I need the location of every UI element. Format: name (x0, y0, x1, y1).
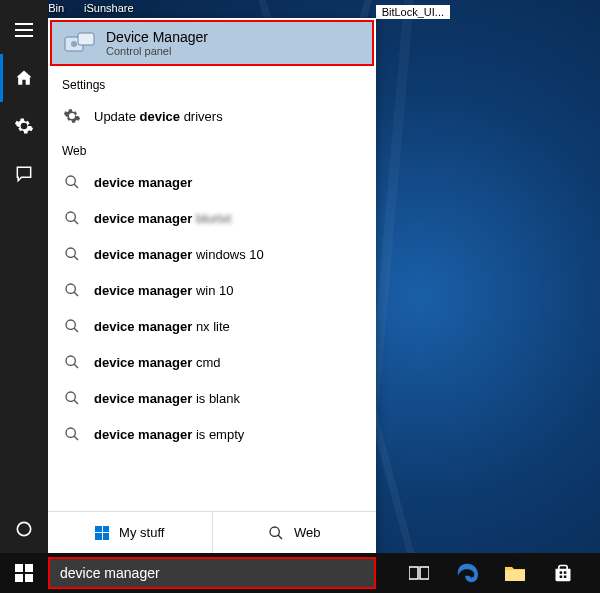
task-view-icon (409, 565, 429, 581)
search-icon (62, 244, 82, 264)
web-result[interactable]: device manager is blank (48, 380, 376, 416)
svg-line-13 (74, 328, 78, 332)
web-result[interactable]: device manager is empty (48, 416, 376, 452)
web-result-text: device manager cmd (94, 355, 220, 370)
search-icon (62, 424, 82, 444)
svg-line-7 (74, 220, 78, 224)
settings-result[interactable]: Update device drivers (48, 98, 376, 134)
scope-tabs: My stuff Web (48, 511, 376, 553)
gear-icon (14, 116, 34, 136)
desktop-icon-isunshare[interactable]: iSunshare (84, 0, 134, 14)
windows-logo-icon (95, 526, 109, 540)
edge-icon (456, 562, 478, 584)
svg-point-16 (66, 392, 75, 401)
windows-logo-icon (15, 564, 33, 582)
search-icon (268, 525, 284, 541)
svg-rect-2 (78, 33, 94, 45)
best-match-title: Device Manager (106, 29, 208, 45)
svg-point-10 (66, 284, 75, 293)
svg-line-17 (74, 400, 78, 404)
web-result[interactable]: device manager blurtxt (48, 200, 376, 236)
sidebar-home[interactable] (0, 54, 48, 102)
feedback-icon (14, 164, 34, 184)
svg-point-4 (66, 176, 75, 185)
folder-icon (504, 564, 526, 582)
scope-mystuff-label: My stuff (119, 525, 164, 540)
taskbar-file-explorer[interactable] (492, 553, 538, 593)
search-icon (62, 316, 82, 336)
web-result[interactable]: device manager win 10 (48, 272, 376, 308)
svg-point-12 (66, 320, 75, 329)
sidebar-cortana[interactable] (0, 505, 48, 553)
web-result[interactable]: device manager windows 10 (48, 236, 376, 272)
svg-point-3 (71, 41, 77, 47)
search-sidebar (0, 0, 48, 553)
device-manager-icon (64, 30, 96, 56)
svg-point-20 (270, 527, 279, 536)
taskbar-store[interactable] (540, 553, 586, 593)
svg-rect-25 (564, 571, 567, 574)
svg-point-6 (66, 212, 75, 221)
scope-web-label: Web (294, 525, 321, 540)
home-icon (14, 68, 34, 88)
svg-line-5 (74, 184, 78, 188)
window-title-fragment: BitLock_UI... (376, 5, 450, 19)
sidebar-settings[interactable] (0, 102, 48, 150)
task-view-button[interactable] (396, 553, 442, 593)
scope-mystuff[interactable]: My stuff (48, 512, 213, 553)
web-result-text: device manager nx lite (94, 319, 230, 334)
search-icon (62, 208, 82, 228)
svg-line-11 (74, 292, 78, 296)
search-icon (62, 352, 82, 372)
hamburger-icon (15, 23, 33, 37)
web-result-text: device manager windows 10 (94, 247, 264, 262)
settings-result-text: Update device drivers (94, 109, 223, 124)
search-results-panel: Device Manager Control panel Settings Up… (48, 18, 376, 553)
cortana-icon (14, 519, 34, 539)
best-match-result[interactable]: Device Manager Control panel (50, 20, 374, 66)
search-icon (62, 172, 82, 192)
svg-point-14 (66, 356, 75, 365)
settings-section-label: Settings (48, 68, 376, 98)
scope-web[interactable]: Web (213, 512, 377, 553)
taskbar-search-box[interactable] (48, 557, 376, 589)
web-section-label: Web (48, 134, 376, 164)
svg-point-0 (17, 522, 30, 535)
svg-line-9 (74, 256, 78, 260)
gear-icon (62, 106, 82, 126)
store-icon (553, 563, 573, 583)
web-result[interactable]: device manager (48, 164, 376, 200)
web-result-text: device manager is blank (94, 391, 240, 406)
svg-rect-26 (560, 576, 563, 579)
search-icon (62, 280, 82, 300)
svg-rect-22 (409, 567, 418, 579)
best-match-subtitle: Control panel (106, 45, 208, 57)
svg-rect-23 (420, 567, 429, 579)
hamburger-button[interactable] (0, 6, 48, 54)
svg-line-15 (74, 364, 78, 368)
taskbar-edge[interactable] (444, 553, 490, 593)
web-result[interactable]: device manager cmd (48, 344, 376, 380)
web-result-text: device manager blurtxt (94, 211, 231, 226)
svg-point-8 (66, 248, 75, 257)
taskbar (0, 553, 600, 593)
svg-point-18 (66, 428, 75, 437)
web-result[interactable]: device manager nx lite (48, 308, 376, 344)
svg-rect-27 (564, 576, 567, 579)
web-result-text: device manager (94, 175, 192, 190)
svg-line-21 (278, 535, 282, 539)
svg-rect-24 (560, 571, 563, 574)
start-button[interactable] (0, 553, 48, 593)
search-input[interactable] (60, 565, 364, 581)
web-result-text: device manager win 10 (94, 283, 233, 298)
search-icon (62, 388, 82, 408)
sidebar-feedback[interactable] (0, 150, 48, 198)
svg-line-19 (74, 436, 78, 440)
web-result-text: device manager is empty (94, 427, 244, 442)
